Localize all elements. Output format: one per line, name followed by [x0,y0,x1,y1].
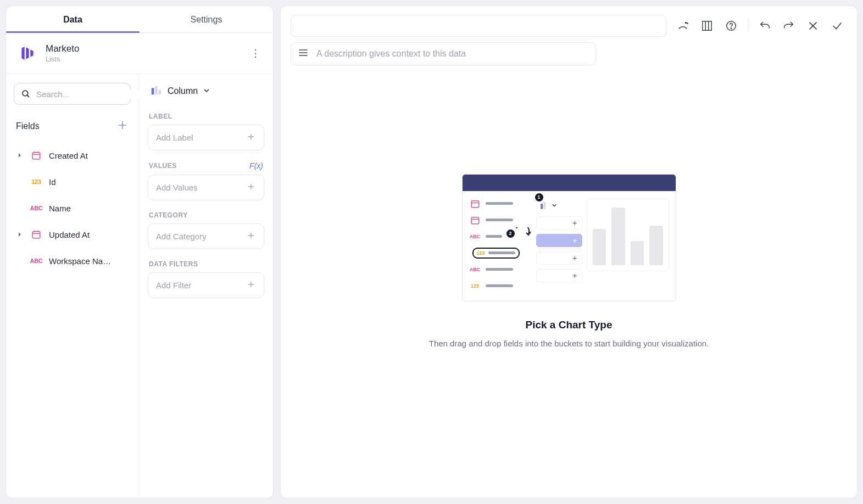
dropzone-placeholder: Add Label [156,133,193,142]
filters-dropzone[interactable]: Add Filter [148,272,264,298]
field-label: Name [49,204,129,213]
text-type-icon: ABC [29,205,43,211]
dropzone-placeholder: Add Category [156,232,207,241]
field-label: Id [49,177,129,187]
svg-rect-26 [703,21,712,31]
field-name[interactable]: ABC Name [14,195,131,221]
search-input[interactable] [36,89,141,99]
field-workspace-name[interactable]: ABC Workspace Na… [14,248,131,274]
right-panel: ABC 123 ABC 123 2 1 [280,5,858,499]
svg-rect-36 [471,200,479,207]
chevron-right-icon [16,153,24,158]
plus-icon [246,182,256,193]
field-label: Updated At [49,230,129,239]
help-icon[interactable] [721,16,741,36]
tab-data[interactable]: Data [6,6,140,32]
fields-heading: Fields [16,121,40,131]
topbar [291,15,847,37]
dropzone-placeholder: Add Filter [156,281,191,290]
source-subtitle: Lists [46,55,241,63]
config-column: Column LABEL Add Label VALUES F(x) [139,74,273,498]
chart-title-input[interactable] [291,15,666,37]
chart-type-selector[interactable]: Column [148,83,264,102]
svg-rect-8 [32,232,40,238]
plus-icon [246,231,256,242]
svg-rect-4 [32,153,40,159]
dropzone-placeholder: Add Values [156,183,198,192]
field-id[interactable]: 123 Id [14,169,131,195]
add-field-button[interactable] [116,119,129,133]
plus-icon [246,279,256,291]
undo-icon[interactable] [755,16,775,36]
svg-rect-41 [543,202,545,209]
marketo-logo-icon [17,43,38,64]
paragraph-icon [298,47,309,60]
svg-rect-40 [541,204,543,209]
description-row[interactable] [291,42,596,65]
search-box[interactable] [14,83,131,105]
svg-rect-38 [471,217,479,223]
source-name: Marketo [46,43,241,54]
svg-point-0 [23,91,28,96]
svg-point-23 [686,23,687,24]
field-label: Workspace Na… [49,256,129,266]
fx-button[interactable]: F(x) [249,161,263,170]
data-source-header: Marketo Lists ⋮ [6,33,273,74]
label-dropzone[interactable]: Add Label [148,125,264,150]
chevron-right-icon [16,232,24,237]
values-dropzone[interactable]: Add Values [148,175,264,200]
left-panel: Data Settings Marketo Lists ⋮ [5,5,274,499]
chart-type-label: Column [168,86,198,96]
column-chart-icon [150,84,162,98]
confirm-icon[interactable] [827,16,847,36]
empty-subtitle: Then drag and drop fields into the bucke… [429,339,709,348]
chevron-down-icon [203,86,210,96]
grid-icon[interactable] [697,16,717,36]
tab-settings[interactable]: Settings [140,6,273,32]
category-dropzone[interactable]: Add Category [148,223,264,249]
redo-icon[interactable] [779,16,799,36]
text-type-icon: ABC [29,257,43,264]
section-category: CATEGORY [149,211,188,219]
fields-column: Fields Created At 123 Id [6,74,139,498]
gauge-icon[interactable] [673,16,693,36]
field-created-at[interactable]: Created At [14,142,131,169]
calendar-icon [29,150,43,160]
svg-rect-14 [159,90,162,94]
svg-rect-12 [152,88,154,94]
section-data-filters: DATA FILTERS [149,260,198,268]
source-menu-button[interactable]: ⋮ [249,48,262,58]
description-input[interactable] [316,49,589,59]
field-updated-at[interactable]: Updated At [14,221,131,248]
tabs: Data Settings [6,6,273,33]
svg-point-30 [731,28,731,29]
field-label: Created At [49,151,129,160]
search-icon [21,89,31,99]
fields-list: Created At 123 Id ABC Name [14,142,131,274]
empty-title: Pick a Chart Type [525,319,612,331]
number-type-icon: 123 [29,178,43,185]
svg-rect-13 [155,86,158,95]
empty-state-illustration: ABC 123 ABC 123 2 1 [462,174,676,301]
calendar-icon [29,229,43,239]
empty-state: ABC 123 ABC 123 2 1 [291,65,847,489]
section-label: LABEL [149,113,172,120]
svg-line-1 [27,95,29,97]
close-icon[interactable] [803,16,823,36]
section-values: VALUES [149,162,177,170]
plus-icon [246,132,256,143]
